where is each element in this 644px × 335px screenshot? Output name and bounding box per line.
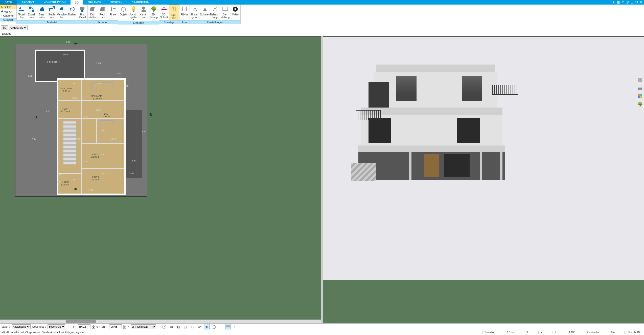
flachdach-area: FLACHDACH — [36, 51, 84, 81]
restore-icon[interactable]: ❐ — [634, 0, 638, 4]
info-icon[interactable]: ⓘ — [625, 0, 629, 4]
abgreifen-button[interactable]: Abgrei-fen — [17, 5, 27, 20]
l-input[interactable] — [78, 324, 90, 329]
layer-select[interactable]: Abstandsflä — [12, 324, 31, 329]
optionen-button[interactable]: +Optionen — [0, 14, 16, 18]
menu-3d[interactable]: 3D — [70, 0, 83, 5]
north-arrow-icon: ◀▶ — [74, 42, 78, 45]
hinpinsel-button[interactable]: Hin.Pinsel — [77, 5, 87, 20]
geschoss-select[interactable]: Bodenplatt — [48, 324, 65, 329]
svg-rect-22 — [640, 94, 642, 96]
parallelogram-icon[interactable]: ▱ — [197, 324, 202, 329]
menu-datei[interactable]: DATEI — [0, 0, 17, 5]
svg-rect-16 — [224, 11, 226, 11]
verschieben-button[interactable]: Verschie-ben — [57, 5, 67, 20]
video-button[interactable]: Video — [230, 5, 240, 20]
dim: 2.00 — [124, 85, 129, 87]
status-x: X: — [524, 331, 531, 334]
zuweisen-button[interactable]: Zuwei-sen — [27, 5, 37, 20]
darstellung-button[interactable]: Dar-stellung — [220, 5, 230, 20]
menu-projekt[interactable]: PROJEKT — [17, 0, 39, 5]
3dbitmap-button[interactable]: 🌳3D-Bitmap — [149, 5, 159, 21]
bearbeiten-button[interactable]: Bear-beiten — [37, 5, 47, 20]
phi-input[interactable] — [109, 324, 122, 329]
diamond-icon[interactable]: ◇ — [190, 324, 195, 329]
circle-icon[interactable]: ◯ — [211, 324, 217, 329]
layers-icon[interactable] — [637, 77, 643, 83]
cm-label: cm — [97, 325, 100, 328]
richtung-select[interactable]: dl (Richtung/Di — [131, 324, 156, 329]
svg-rect-20 — [641, 90, 642, 90]
screen-icon[interactable]: ▭ — [169, 324, 174, 329]
info2-icon[interactable]: ℹ — [232, 324, 238, 329]
dim: 7.26 — [58, 130, 63, 133]
svg-rect-1 — [29, 7, 31, 9]
svg-rect-24 — [640, 96, 642, 98]
cube-icon[interactable]: ◧ — [176, 324, 181, 329]
furniture-icon[interactable] — [637, 85, 643, 91]
2d-view[interactable]: FLACHDACH TERRASSEEF=25.46 m² ANKLEIDE6.… — [0, 36, 321, 323]
clock-icon[interactable]: 🕐 — [162, 324, 167, 329]
ribbon: ▶Selekt ✚Mark.▾ +Optionen Auswahl Abgrei… — [0, 5, 644, 24]
dim: 2.64 — [84, 115, 88, 118]
ankleide-label: ANKLEIDE6.88 m² — [61, 87, 72, 92]
menu-gelaende[interactable]: GELÄNDE — [83, 0, 106, 5]
dim: 1.65 — [84, 160, 88, 163]
svg-point-12 — [172, 7, 174, 9]
south-arrow-icon: ◀▶ — [74, 187, 78, 191]
group-sonstige: Sonstige — [159, 20, 179, 24]
svg-rect-5 — [61, 8, 63, 10]
beleuchtung-button[interactable]: Beleuch-tung — [210, 5, 220, 20]
3d-view[interactable] — [323, 36, 644, 323]
minimize-icon[interactable]: ▁ — [630, 0, 634, 4]
plane-icon[interactable]: ◈ — [204, 324, 210, 329]
dim: 4.00 — [96, 82, 101, 85]
svg-rect-4 — [50, 9, 52, 11]
dim: 8.45 — [63, 53, 68, 56]
3dschnitt-button[interactable]: 3D-Schnitt — [159, 5, 169, 20]
colors-icon[interactable] — [637, 93, 643, 99]
skalieren-button[interactable]: Skalie-ren — [47, 5, 57, 20]
rechnen-button[interactable]: Rech-nen — [98, 5, 108, 20]
kollision-button[interactable]: Kolli-sion — [169, 5, 179, 20]
svg-rect-18 — [638, 88, 642, 90]
dim: 1.46 — [57, 173, 62, 176]
phi-spinner[interactable]: ▴▾ — [123, 325, 126, 329]
bathtub-icon — [99, 120, 114, 125]
n-icon[interactable]: Ⓝ — [225, 324, 231, 329]
tool-icon[interactable]: ✦ — [612, 0, 616, 4]
l-spinner[interactable]: ▴▾ — [92, 325, 95, 329]
status-hint: Mit <Umschalt> und <Strg> können Sie die… — [2, 331, 85, 334]
menu-bearbeiten[interactable]: BEARBEITEN — [127, 0, 154, 5]
hscrollbar[interactable] — [0, 320, 321, 323]
drehen-button[interactable]: Drehen — [67, 5, 77, 20]
hintergrund-button[interactable]: Hinter-grund — [190, 5, 200, 20]
pinsel-button[interactable]: Pinsel — [108, 5, 118, 20]
status-bar: Mit <Umschalt> und <Strg> können Sie die… — [0, 330, 644, 334]
stairs-icon — [63, 121, 76, 164]
window-icon[interactable]: ▦ — [616, 0, 620, 4]
dim: 3.26 — [72, 97, 77, 99]
selekt-button[interactable]: ▶Selekt — [0, 5, 16, 9]
objekt-button[interactable]: Objekt — [118, 5, 128, 21]
flaeche-button[interactable]: Fläche — [179, 5, 190, 20]
dim: 7.11 — [89, 189, 93, 191]
layers2-icon[interactable]: ▤ — [183, 324, 188, 329]
tree-icon[interactable]: 🌳 — [637, 101, 643, 107]
status-numrf: UF NUM RF — [624, 331, 642, 334]
menu-konstruktion[interactable]: KONSTRUKTION — [39, 0, 70, 5]
darstellen-button[interactable]: Dar-stellen — [88, 5, 98, 20]
lichtquelle-button[interactable]: 💡Licht-quelle▾ — [128, 5, 139, 21]
dim: 3.02 — [96, 109, 101, 111]
mark-button[interactable]: ✚Mark.▾ — [0, 9, 16, 14]
menu-sichten[interactable]: SICHTEN — [106, 0, 127, 5]
phi-label: phi = — [102, 325, 108, 328]
dim: 3.25 — [111, 138, 116, 140]
help-icon[interactable]: ? — [621, 0, 625, 4]
urgelaende-select[interactable]: Urgelände — [9, 25, 28, 30]
dim: 4.02 — [101, 172, 106, 175]
kamera-button[interactable]: Kame-ra — [139, 5, 149, 21]
schatten-settings-button[interactable]: Schatten — [200, 5, 210, 20]
grid-icon[interactable]: ⊞ — [218, 324, 224, 329]
close-icon[interactable]: ✕ — [639, 0, 643, 4]
